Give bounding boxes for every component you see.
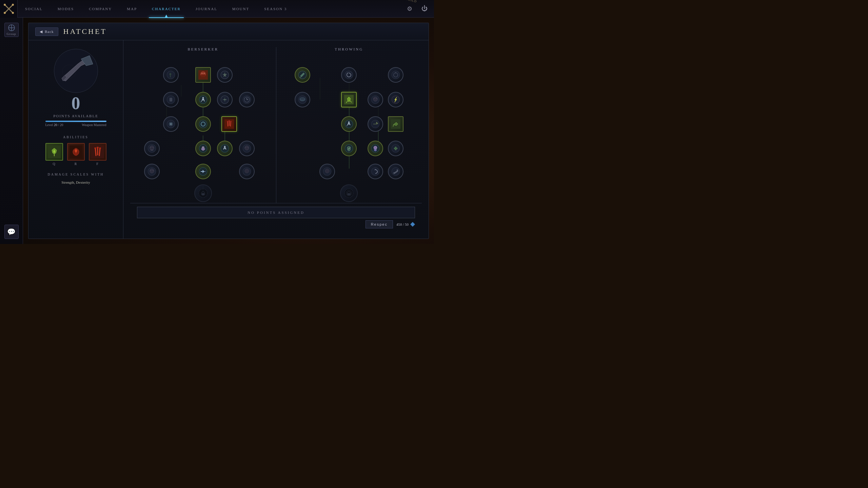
respec-cost: 450 / 50 — [396, 222, 415, 227]
settings-icon[interactable]: ⚙ — [403, 3, 416, 15]
svg-point-77 — [203, 194, 203, 194]
level-current: 20 — [54, 123, 57, 127]
svg-line-48 — [231, 121, 231, 126]
berserker-node-clock[interactable] — [239, 92, 255, 107]
level-max: 20 — [60, 123, 63, 127]
berserker-node-star1[interactable] — [217, 67, 233, 83]
ability-slot-f: F — [89, 143, 106, 166]
sidebar-bottom: 💬 — [4, 225, 19, 239]
respec-button[interactable]: Respec — [366, 220, 393, 228]
svg-point-74 — [244, 169, 249, 173]
svg-point-50 — [229, 120, 230, 121]
nav-item-social[interactable]: SOCIAL — [18, 0, 50, 17]
svg-point-51 — [230, 121, 232, 122]
nav-item-map[interactable]: MAP — [119, 0, 144, 17]
berserker-node-passive-lock[interactable] — [194, 184, 212, 202]
progress-labels: Level 20 / 20 Weapon Mastered — [45, 123, 106, 127]
nav-item-mount[interactable]: MOUNT — [225, 0, 257, 17]
ability-q-key: Q — [53, 162, 55, 166]
group-button[interactable]: Group — [4, 23, 19, 37]
throwing-tree: THROWING — [276, 47, 422, 203]
nav-item-modes[interactable]: MODES — [50, 0, 82, 17]
berserker-node-cog[interactable] — [195, 116, 211, 132]
throwing-node-rotate[interactable] — [368, 164, 383, 179]
throwing-node-square2[interactable] — [368, 116, 383, 132]
berserker-skill-grid — [130, 56, 276, 200]
ability-f-icon[interactable] — [89, 143, 106, 161]
throwing-node-curl[interactable] — [341, 67, 357, 83]
throwing-node-wrench[interactable] — [388, 164, 403, 179]
berserker-node-skull1[interactable] — [144, 141, 160, 156]
throwing-node-shield2[interactable] — [341, 141, 357, 156]
berserker-node-nails[interactable] — [221, 116, 237, 132]
svg-point-88 — [392, 71, 399, 79]
berserker-header: BERSERKER — [130, 47, 276, 51]
throwing-node-runner3[interactable] — [341, 116, 357, 132]
nav-items-list: SOCIAL MODES COMPANY MAP CHARACTER JOURN… — [18, 0, 403, 17]
svg-line-16 — [99, 148, 100, 156]
ability-slot-r: R — [67, 143, 85, 166]
throwing-node-power[interactable] — [368, 141, 383, 156]
berserker-node-star2[interactable] — [217, 92, 233, 107]
ability-q-icon[interactable] — [45, 143, 63, 161]
ability-r-icon[interactable] — [67, 143, 85, 161]
berserker-node-left2[interactable] — [163, 92, 179, 107]
svg-point-17 — [94, 147, 96, 149]
points-available-label: POINTS AVAILABLE — [53, 114, 98, 118]
berserker-node-left1[interactable] — [163, 67, 179, 83]
damage-section: DAMAGE SCALES WITH Strength, Dexterity — [35, 172, 116, 184]
nav-item-journal[interactable]: JOURNAL — [188, 0, 225, 17]
power-icon[interactable]: ⏻ — [418, 3, 431, 15]
svg-point-108 — [374, 146, 377, 149]
group-button-label: Group — [7, 32, 16, 36]
berserker-node-fist[interactable] — [195, 141, 211, 156]
throwing-header: THROWING — [276, 47, 422, 51]
throwing-node-skull6[interactable] — [319, 164, 335, 179]
berserker-node-runner[interactable] — [195, 92, 211, 107]
berserker-node-berserker-face[interactable] — [195, 67, 211, 83]
svg-point-55 — [150, 146, 154, 150]
nav-right-controls: ⚙ ⏻ — [403, 3, 434, 15]
nav-item-company[interactable]: COMPANY — [81, 0, 119, 17]
throwing-node-passive-lock[interactable] — [340, 184, 358, 202]
throwing-node-disc[interactable] — [295, 92, 310, 107]
game-logo[interactable] — [0, 0, 18, 18]
svg-point-19 — [99, 147, 101, 149]
nav-item-season3[interactable]: SEASON 3 — [257, 0, 294, 17]
svg-point-69 — [153, 170, 154, 171]
throwing-node-skull5[interactable] — [368, 92, 383, 107]
chat-button[interactable]: 💬 — [4, 225, 19, 239]
svg-point-114 — [345, 189, 353, 197]
berserker-node-runner2[interactable] — [217, 141, 233, 156]
berserker-node-skull4[interactable] — [239, 164, 255, 179]
berserker-node-skull3[interactable] — [144, 164, 160, 179]
berserker-node-left3[interactable] — [163, 116, 179, 132]
throwing-node-heal[interactable] — [388, 141, 403, 156]
damage-label: DAMAGE SCALES WITH — [35, 172, 116, 176]
no-points-banner: NO POINTS ASSIGNED — [137, 207, 415, 218]
svg-point-3 — [12, 12, 14, 14]
svg-point-57 — [153, 147, 154, 148]
svg-point-2 — [4, 4, 6, 6]
level-progress: Level 20 / 20 Weapon Mastered — [45, 121, 106, 127]
throwing-node-hatchet-throw[interactable] — [295, 67, 310, 83]
svg-point-100 — [345, 120, 353, 128]
throwing-node-throwing-ability[interactable] — [388, 116, 403, 132]
level-label: Level 20 / 20 — [45, 123, 63, 127]
svg-point-97 — [374, 98, 375, 99]
svg-point-18 — [97, 147, 99, 148]
svg-point-34 — [202, 97, 204, 99]
throwing-node-leap[interactable] — [341, 92, 357, 107]
nav-item-character[interactable]: CHARACTER — [144, 0, 188, 17]
mastered-label: Weapon Mastered — [82, 123, 106, 127]
back-button[interactable]: ◀ Back — [35, 27, 58, 36]
svg-point-65 — [247, 147, 248, 148]
berserker-node-dash[interactable] — [195, 164, 211, 179]
svg-point-63 — [244, 146, 249, 150]
progress-bar-background — [45, 121, 106, 122]
berserker-node-skull2[interactable] — [239, 141, 255, 156]
throwing-node-bolt[interactable] — [388, 92, 403, 107]
svg-point-4 — [12, 4, 14, 6]
throwing-node-circle[interactable] — [388, 67, 403, 83]
left-sidebar: Group 💬 — [0, 18, 23, 244]
